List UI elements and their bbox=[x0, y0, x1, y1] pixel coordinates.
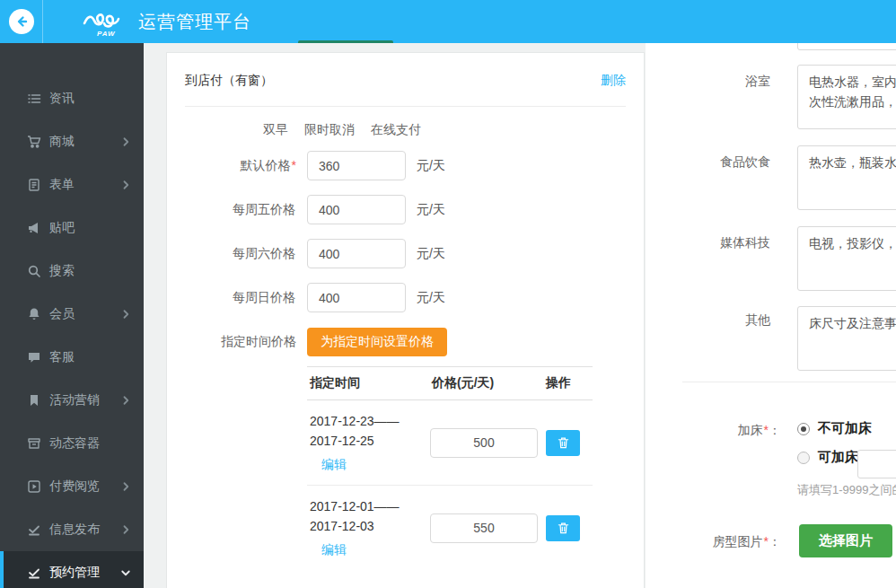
friday-price-input[interactable] bbox=[307, 195, 406, 224]
chat-bubble-icon bbox=[27, 350, 41, 364]
room-image-label: 房型图片 bbox=[713, 534, 763, 549]
saturday-price-row: 每周六价格 元/天 bbox=[185, 239, 626, 268]
sidebar-item-publish[interactable]: 信息发布 bbox=[0, 508, 144, 551]
bathroom-textarea[interactable]: 电热水器，室内 次性洗漱用品， bbox=[797, 65, 896, 129]
extra-bed-label-yes: 可加床, bbox=[818, 449, 862, 466]
sidebar-item-label: 搜索 bbox=[49, 263, 131, 279]
sidebar-item-marketing[interactable]: 活动营销 bbox=[0, 379, 144, 422]
top-bar: PAW 运营管理平台 bbox=[0, 0, 896, 43]
delete-row-button[interactable] bbox=[546, 430, 580, 456]
date-range-start: 2017-12-23—— bbox=[310, 411, 429, 431]
trash-icon bbox=[557, 436, 570, 450]
play-square-icon bbox=[27, 479, 41, 494]
check-publish-icon bbox=[27, 522, 41, 537]
choose-image-button[interactable]: 选择图片 bbox=[799, 524, 892, 557]
special-price-table: 指定时间 价格(元/天) 操作 2017-12-23—— 2017-12-25 … bbox=[307, 366, 593, 570]
sidebar-item-label: 商城 bbox=[49, 134, 120, 150]
other-label: 其他 bbox=[663, 312, 770, 329]
saturday-price-label: 每周六价格 bbox=[233, 246, 295, 260]
sidebar-item-label: 资讯 bbox=[49, 91, 131, 107]
no-extra-bed-option[interactable]: 不可加床 bbox=[797, 420, 872, 437]
tag-online-pay: 在线支付 bbox=[371, 122, 421, 138]
col-header-price: 价格(元/天) bbox=[429, 375, 546, 391]
sidebar-item-mall[interactable]: 商城 bbox=[0, 120, 144, 163]
bell-icon bbox=[27, 307, 41, 321]
bookmark-icon bbox=[27, 393, 41, 408]
sidebar-item-search[interactable]: 搜索 bbox=[0, 250, 144, 293]
special-price-label: 指定时间价格 bbox=[185, 334, 296, 350]
sidebar-item-label: 信息发布 bbox=[49, 522, 120, 538]
brand-logo: PAW 运营管理平台 bbox=[83, 5, 251, 38]
sidebar-item-label: 付费阅览 bbox=[49, 478, 120, 495]
app-title: 运营管理平台 bbox=[138, 10, 251, 34]
sidebar-item-label: 活动营销 bbox=[49, 392, 120, 408]
chevron-right-icon bbox=[120, 395, 131, 406]
delete-link[interactable]: 删除 bbox=[601, 73, 626, 89]
col-header-date: 指定时间 bbox=[307, 375, 429, 391]
special-price-input[interactable] bbox=[430, 428, 538, 458]
edit-link[interactable]: 编辑 bbox=[310, 454, 347, 474]
chevron-right-icon bbox=[120, 481, 131, 492]
back-button[interactable] bbox=[0, 0, 43, 43]
bathroom-label: 浴室 bbox=[663, 74, 770, 90]
special-price-input[interactable] bbox=[430, 513, 538, 543]
set-special-price-button[interactable]: 为指定时间设置价格 bbox=[307, 328, 447, 356]
sidebar-item-label: 预约管理 bbox=[49, 565, 120, 581]
friday-price-row: 每周五价格 元/天 bbox=[185, 195, 626, 224]
form-document-icon bbox=[27, 178, 41, 192]
delete-row-button[interactable] bbox=[546, 515, 580, 541]
sunday-price-row: 每周日价格 元/天 bbox=[185, 283, 626, 312]
other-textarea[interactable]: 床尺寸及注意事 bbox=[797, 306, 896, 371]
chevron-right-icon bbox=[120, 136, 131, 147]
sidebar-item-booking[interactable]: 预约管理 bbox=[0, 551, 144, 588]
sidebar-item-paid-view[interactable]: 付费阅览 bbox=[0, 465, 144, 508]
default-price-label: 默认价格 bbox=[241, 158, 291, 172]
extra-bed-option[interactable]: 可加床, bbox=[797, 449, 862, 466]
check-booking-icon bbox=[27, 566, 41, 580]
extra-bed-label: 加床 bbox=[738, 423, 763, 437]
date-range-end: 2017-12-03 bbox=[310, 516, 429, 536]
radio-selected-icon[interactable] bbox=[797, 423, 810, 435]
date-range-end: 2017-12-25 bbox=[310, 431, 429, 451]
divider bbox=[682, 382, 896, 382]
rate-plan-title: 到店付（有窗） bbox=[185, 73, 273, 89]
clipped-top-input[interactable] bbox=[797, 43, 896, 50]
default-price-input[interactable] bbox=[307, 151, 406, 180]
default-price-row: 默认价格* 元/天 bbox=[185, 151, 626, 180]
media-textarea[interactable]: 电视，投影仪， bbox=[797, 226, 896, 291]
cart-icon bbox=[27, 135, 41, 149]
unit-label: 元/天 bbox=[417, 202, 445, 218]
extra-bed-hint: 请填写1-9999之间的 bbox=[797, 482, 896, 498]
chevron-down-icon bbox=[120, 567, 131, 578]
tag-breakfast: 双早 bbox=[263, 122, 288, 138]
chevron-right-icon bbox=[120, 309, 131, 320]
card-header: 到店付（有窗） 删除 bbox=[185, 73, 626, 89]
rate-tags: 双早 限时取消 在线支付 bbox=[263, 122, 626, 138]
brand-subtext: PAW bbox=[97, 30, 116, 38]
sidebar-item-forum[interactable]: 贴吧 bbox=[0, 206, 144, 250]
sidebar-item-label: 客服 bbox=[49, 349, 131, 365]
saturday-price-input[interactable] bbox=[307, 239, 406, 268]
sunday-price-input[interactable] bbox=[307, 283, 406, 312]
edit-link[interactable]: 编辑 bbox=[310, 540, 347, 559]
sidebar-item-container[interactable]: 动态容器 bbox=[0, 422, 144, 465]
sidebar-item-news[interactable]: 资讯 bbox=[0, 77, 144, 120]
sidebar-item-member[interactable]: 会员 bbox=[0, 293, 144, 336]
news-list-icon bbox=[27, 92, 41, 106]
sidebar-item-label: 会员 bbox=[49, 306, 120, 322]
radio-unselected-icon[interactable] bbox=[797, 452, 810, 464]
extra-bed-count-input[interactable] bbox=[857, 450, 896, 478]
date-range-start: 2017-12-01—— bbox=[310, 496, 429, 516]
no-extra-bed-label: 不可加床 bbox=[818, 420, 872, 437]
unit-label: 元/天 bbox=[417, 158, 445, 174]
table-row: 2017-12-01—— 2017-12-03 编辑 bbox=[307, 486, 593, 570]
sidebar-item-service[interactable]: 客服 bbox=[0, 336, 144, 379]
sidebar-item-form[interactable]: 表单 bbox=[0, 163, 144, 206]
sidebar-item-label: 动态容器 bbox=[49, 435, 131, 452]
search-icon bbox=[27, 264, 41, 278]
food-textarea[interactable]: 热水壶，瓶装水 bbox=[797, 145, 896, 210]
room-rate-card: 到店付（有窗） 删除 双早 限时取消 在线支付 默认价格* 元/天 每周五价格 … bbox=[166, 52, 645, 588]
container-box-icon bbox=[27, 436, 41, 451]
sidebar: 资讯 商城 表单 贴吧 搜索 会员 客服 bbox=[0, 43, 144, 588]
trash-icon bbox=[557, 522, 570, 535]
